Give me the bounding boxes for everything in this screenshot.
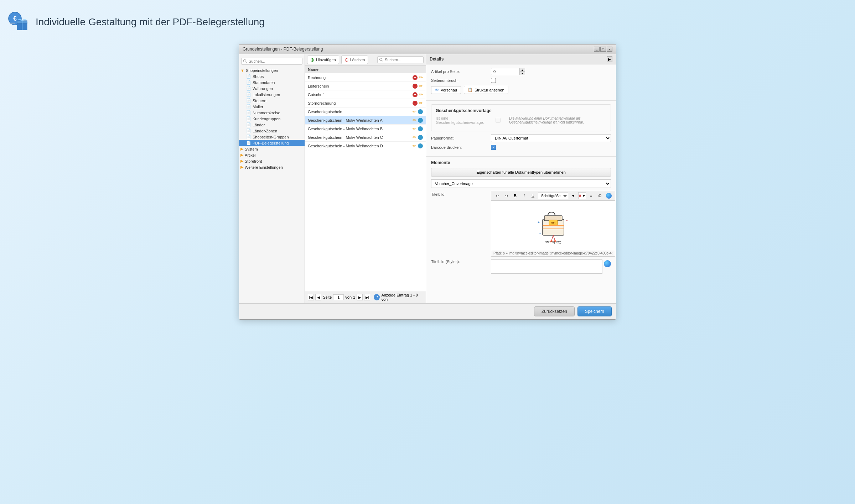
expand-button[interactable] <box>605 192 613 199</box>
font-color-button[interactable]: A ▼ <box>578 192 586 199</box>
papierformat-select[interactable]: DIN A6 Querformat DIN A4 Hochformat DIN … <box>491 134 611 142</box>
last-page-button[interactable]: ▶| <box>364 294 370 300</box>
sidebar-item-label: Lokalisierungen <box>253 93 280 97</box>
edit-icon[interactable]: ✏ <box>413 135 416 140</box>
edit-icon[interactable]: ✏ <box>413 143 416 148</box>
ist-vorlage-checkbox[interactable] <box>496 118 501 123</box>
list-item[interactable]: Stornorechnung − ✏ <box>305 99 426 107</box>
seitenumbruch-label: Seitenumbruch: <box>431 78 488 83</box>
seitenumbruch-checkbox[interactable] <box>491 78 496 83</box>
list-item[interactable]: Rechnung − ✏ <box>305 73 426 82</box>
sidebar-search-container <box>239 56 305 66</box>
close-button[interactable]: × <box>607 47 612 52</box>
sidebar-item-lokalisierungen[interactable]: 📄 Lokalisierungen <box>239 91 305 98</box>
edit-icon[interactable]: ✏ <box>419 100 423 106</box>
folder-icon: ▶ <box>240 159 243 163</box>
undo-button[interactable]: ↩ <box>493 192 501 199</box>
sidebar-item-waehrungen[interactable]: 📄 Währungen <box>239 85 305 91</box>
spinner-up[interactable]: ▲ <box>519 68 525 72</box>
titelbild-styles-textarea[interactable] <box>491 259 602 274</box>
next-page-button[interactable]: ▶ <box>357 294 363 300</box>
sidebar-item-weitere-einstellungen[interactable]: ▶ Weitere Einstellungen <box>239 164 305 170</box>
sidebar-item-shopseiten-gruppen[interactable]: 📄 Shopseiten-Gruppen <box>239 134 305 140</box>
list-ol-button[interactable]: ① <box>596 192 604 199</box>
sidebar-item-system[interactable]: ▶ System <box>239 146 305 152</box>
svg-text:✦: ✦ <box>566 219 568 222</box>
prev-page-button[interactable]: ◀ <box>315 294 321 300</box>
bold-button[interactable]: B <box>511 192 519 199</box>
blue-circle-icon <box>418 135 423 140</box>
list-item[interactable]: Geschenkgutschein ✏ <box>305 107 426 116</box>
fontsize-dropdown-button[interactable]: ▼ <box>569 192 577 199</box>
save-button[interactable]: Speichern <box>577 306 612 316</box>
spinner-down[interactable]: ▼ <box>519 72 525 75</box>
artikel-pro-seite-input[interactable] <box>491 68 519 75</box>
delete-button[interactable]: ⊖ Löschen <box>341 56 368 64</box>
editor-content[interactable]: Gift ✦ ✦ ✦ Christmas <box>491 200 615 250</box>
eye-icon: 👁 <box>435 88 439 92</box>
list-search-input[interactable] <box>377 56 424 63</box>
italic-button[interactable]: I <box>520 192 528 199</box>
underline-button[interactable]: U <box>529 192 537 199</box>
maximize-button[interactable]: □ <box>600 47 606 52</box>
list-item[interactable]: Geschenkgutschein - Motiv Weihnachten C … <box>305 133 426 142</box>
sidebar-item-label: Mailer <box>253 105 263 109</box>
svg-text:✦: ✦ <box>537 220 540 224</box>
item-icons: ✏ <box>413 135 423 140</box>
list-item[interactable]: Geschenkgutschein - Motiv Weihnachten A … <box>305 116 426 125</box>
edit-icon[interactable]: ✏ <box>413 109 416 114</box>
add-button[interactable]: ⊕ Hinzufügen <box>307 56 339 64</box>
list-item[interactable]: Geschenkgutschein - Motiv Weihnachten B … <box>305 125 426 133</box>
sidebar-item-nummernkreise[interactable]: 📄 Nummernkreise <box>239 110 305 116</box>
file-icon: 📄 <box>246 92 251 97</box>
file-icon: 📄 <box>246 104 251 109</box>
list-ul-button[interactable]: ≡ <box>587 192 595 199</box>
sidebar-item-steuern[interactable]: 📄 Steuern <box>239 98 305 104</box>
middle-panel: ⊕ Hinzufügen ⊖ Löschen Name Rechnung <box>305 54 426 303</box>
svg-text:Gift: Gift <box>551 221 555 224</box>
refresh-button[interactable]: ↺ <box>374 294 380 300</box>
sidebar-item-label: Shops <box>253 74 264 79</box>
reset-label: Zurücksetzen <box>542 309 567 314</box>
edit-icon[interactable]: ✏ <box>419 92 423 97</box>
structure-icon: 📋 <box>468 88 473 92</box>
edit-icon[interactable]: ✏ <box>419 83 423 89</box>
redo-button[interactable]: ↪ <box>502 192 510 199</box>
edit-icon[interactable]: ✏ <box>413 117 416 123</box>
sidebar-item-artikel[interactable]: ▶ Artikel <box>239 152 305 158</box>
sidebar-item-stammdaten[interactable]: 📄 Stammdaten <box>239 79 305 85</box>
sidebar-item-shopeinstellungen[interactable]: ▼ Shopeinstellungen <box>239 68 305 73</box>
collapse-button[interactable]: ▶ <box>607 56 612 62</box>
window-title: Grundeinstellungen - PDF-Belegerstellung <box>243 47 323 52</box>
sidebar-item-laender-zonen[interactable]: 📄 Länder-Zonen <box>239 128 305 134</box>
edit-icon[interactable]: ✏ <box>419 75 423 80</box>
minimize-button[interactable]: _ <box>594 47 600 52</box>
file-icon: 📄 <box>246 74 251 79</box>
first-page-button[interactable]: |◀ <box>308 294 314 300</box>
total-pages: 1 <box>353 295 355 299</box>
item-name: Gutschrift <box>308 93 413 97</box>
sidebar-item-laender[interactable]: 📄 Länder <box>239 122 305 128</box>
list-item[interactable]: Gutschrift − ✏ <box>305 90 426 99</box>
sidebar-search-input[interactable] <box>241 58 302 65</box>
styles-color-button[interactable] <box>604 260 611 267</box>
voucher-select[interactable]: Voucher_Coverimage Voucher_Background <box>431 179 611 188</box>
struktur-label: Struktur ansehen <box>475 88 504 92</box>
sidebar-item-shops[interactable]: 📄 Shops <box>239 73 305 79</box>
edit-icon[interactable]: ✏ <box>413 126 416 131</box>
sidebar-item-mailer[interactable]: 📄 Mailer <box>239 104 305 110</box>
window-titlebar: Grundeinstellungen - PDF-Belegerstellung… <box>239 44 616 54</box>
sidebar-item-pdf-belegerstellung[interactable]: 📄 PDF-Belegerstellung <box>239 140 305 146</box>
vorschau-button[interactable]: 👁 Vorschau <box>431 86 461 94</box>
reset-button[interactable]: Zurücksetzen <box>534 306 575 316</box>
barcode-checkbox[interactable]: ✓ <box>491 145 496 150</box>
list-item[interactable]: Lieferschein − ✏ <box>305 82 426 90</box>
page-input[interactable] <box>333 294 344 300</box>
eigenschaften-button[interactable]: Eigenschaften für alle Dokumenttypen übe… <box>431 168 611 177</box>
sidebar-item-kundengruppen[interactable]: 📄 Kundengruppen <box>239 116 305 122</box>
struktur-button[interactable]: 📋 Struktur ansehen <box>464 86 508 94</box>
list-item[interactable]: Geschenkgutschein - Motiv Weihnachten D … <box>305 142 426 150</box>
fontsize-select[interactable]: Schriftgröße 8 10 12 14 <box>538 193 568 199</box>
sidebar-item-storefront[interactable]: ▶ Storefront <box>239 158 305 164</box>
pagination: |◀ ◀ Seite von 1 ▶ ▶| ↺ Anzeige Eintrag … <box>305 291 426 303</box>
